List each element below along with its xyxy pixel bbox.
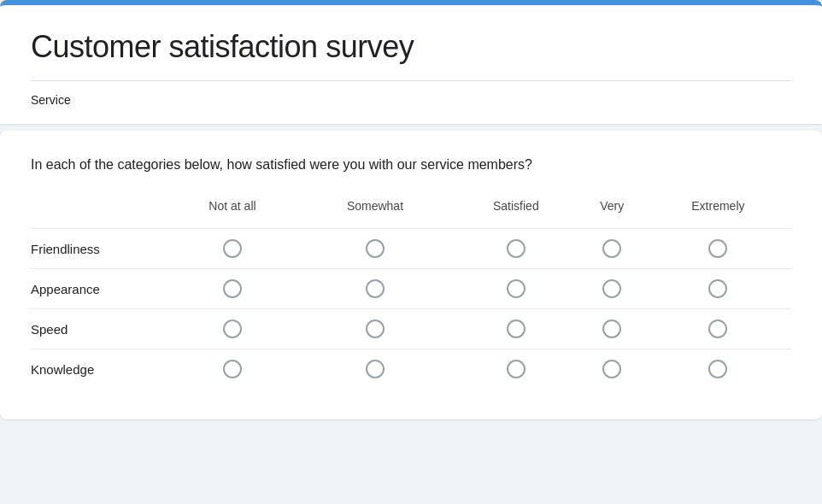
survey-title: Customer satisfaction survey (31, 29, 791, 65)
radio-speed-very[interactable] (579, 309, 645, 349)
radio-circle-speed-somewhat[interactable] (366, 319, 385, 338)
radio-circle-appearance-not-at-all[interactable] (223, 279, 242, 298)
radio-circle-knowledge-not-at-all[interactable] (223, 360, 242, 378)
radio-circle-knowledge-very[interactable] (602, 360, 621, 378)
radio-knowledge-very[interactable] (579, 349, 645, 390)
radio-circle-friendliness-not-at-all[interactable] (223, 239, 242, 258)
radio-speed-somewhat[interactable] (297, 309, 453, 349)
radio-circle-friendliness-somewhat[interactable] (366, 239, 385, 258)
col-header-extremely: Extremely (645, 199, 791, 229)
radio-appearance-very[interactable] (579, 269, 645, 309)
radio-circle-appearance-satisfied[interactable] (507, 279, 525, 298)
radio-friendliness-not-at-all[interactable] (167, 229, 297, 269)
row-label-speed: Speed (31, 309, 167, 349)
radio-appearance-somewhat[interactable] (297, 269, 453, 309)
radio-knowledge-not-at-all[interactable] (167, 349, 297, 390)
col-header-somewhat: Somewhat (297, 199, 453, 229)
radio-appearance-satisfied[interactable] (453, 269, 579, 309)
table-row: Friendliness (31, 229, 791, 269)
main-card: In each of the categories below, how sat… (0, 131, 822, 419)
radio-circle-friendliness-extremely[interactable] (708, 239, 727, 258)
table-row: Speed (31, 309, 791, 349)
radio-knowledge-somewhat[interactable] (297, 349, 453, 390)
radio-knowledge-extremely[interactable] (645, 349, 791, 390)
radio-circle-speed-very[interactable] (602, 319, 621, 338)
radio-friendliness-very[interactable] (579, 229, 645, 269)
radio-speed-satisfied[interactable] (453, 309, 579, 349)
radio-circle-appearance-extremely[interactable] (708, 279, 727, 298)
radio-circle-knowledge-extremely[interactable] (708, 360, 727, 378)
radio-friendliness-somewhat[interactable] (297, 229, 453, 269)
radio-friendliness-satisfied[interactable] (453, 229, 579, 269)
table-row: Appearance (31, 269, 791, 309)
radio-friendliness-extremely[interactable] (645, 229, 791, 269)
radio-appearance-not-at-all[interactable] (167, 269, 297, 309)
survey-subtitle: Service (31, 93, 791, 107)
rating-table: Not at all Somewhat Satisfied Very Extre… (31, 199, 791, 389)
radio-knowledge-satisfied[interactable] (453, 349, 579, 390)
row-label-knowledge: Knowledge (31, 349, 167, 390)
col-header-satisfied: Satisfied (453, 199, 579, 229)
radio-circle-appearance-very[interactable] (602, 279, 621, 298)
radio-speed-not-at-all[interactable] (167, 309, 297, 349)
radio-circle-friendliness-very[interactable] (602, 239, 621, 258)
table-row: Knowledge (31, 349, 791, 390)
radio-circle-speed-not-at-all[interactable] (223, 319, 242, 338)
col-header-label (31, 199, 167, 229)
radio-speed-extremely[interactable] (645, 309, 791, 349)
col-header-very: Very (579, 199, 645, 229)
row-label-appearance: Appearance (31, 269, 167, 309)
radio-circle-speed-extremely[interactable] (708, 319, 727, 338)
page-wrapper: Customer satisfaction survey Service In … (0, 0, 822, 504)
radio-circle-appearance-somewhat[interactable] (366, 279, 385, 298)
radio-circle-knowledge-somewhat[interactable] (366, 360, 385, 378)
question-text: In each of the categories below, how sat… (31, 155, 791, 175)
col-header-not-at-all: Not at all (167, 199, 297, 229)
header-card: Customer satisfaction survey Service (0, 0, 822, 124)
radio-circle-friendliness-satisfied[interactable] (507, 239, 525, 258)
radio-circle-speed-satisfied[interactable] (507, 319, 525, 338)
radio-circle-knowledge-satisfied[interactable] (507, 360, 525, 378)
radio-appearance-extremely[interactable] (645, 269, 791, 309)
header-divider (31, 80, 791, 81)
row-label-friendliness: Friendliness (31, 229, 167, 269)
